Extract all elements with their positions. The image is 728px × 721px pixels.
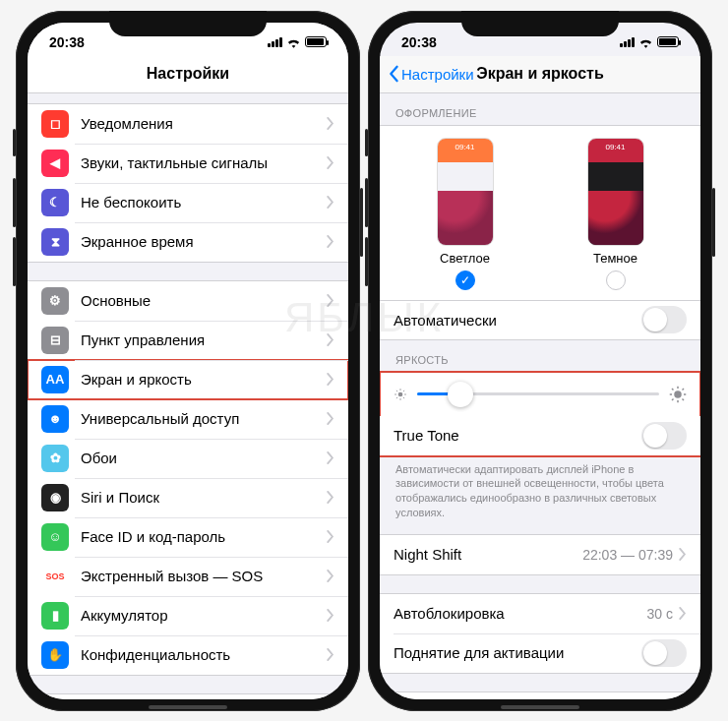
raise-label: Поднятие для активации: [394, 644, 641, 661]
truetone-footer: Автоматически адаптировать дисплей iPhon…: [380, 456, 700, 524]
row-label: Обои: [81, 450, 327, 466]
settings-row-wallpaper[interactable]: ✿Обои: [28, 439, 348, 478]
svg-line-8: [403, 390, 404, 391]
truetone-toggle[interactable]: [641, 422, 687, 450]
row-label: Экран и яркость: [81, 371, 327, 388]
row-label: Экстренный вызов — SOS: [81, 568, 327, 584]
settings-row-sounds[interactable]: ◀︎Звуки, тактильные сигналы: [28, 144, 348, 183]
chevron-right-icon: [679, 548, 687, 561]
settings-row-control-center[interactable]: ⊟Пункт управления: [28, 321, 348, 360]
chevron-right-icon: [327, 117, 334, 130]
automatic-toggle[interactable]: [641, 306, 687, 333]
settings-row-faceid[interactable]: ☺Face ID и код-пароль: [28, 517, 348, 557]
battery-icon: [657, 36, 679, 47]
svg-line-7: [396, 396, 397, 397]
notifications-icon: ◻︎: [41, 110, 69, 138]
settings-row-dnd[interactable]: ☾Не беспокоить: [28, 183, 348, 222]
row-label: Уведомления: [81, 115, 327, 132]
settings-row-display[interactable]: AAЭкран и яркость: [28, 360, 348, 399]
status-time: 20:38: [401, 34, 437, 50]
autolock-value: 30 с: [647, 606, 673, 622]
siri-icon: ◉: [41, 484, 69, 511]
sun-max-icon: [669, 386, 687, 403]
back-label: Настройки: [401, 66, 474, 83]
navbar: Настройки Экран и яркость: [380, 56, 700, 93]
settings-row-appstore[interactable]: ⒶiTunes Store и App Store: [28, 694, 348, 699]
svg-line-6: [403, 396, 404, 397]
appearance-header: ОФОРМЛЕНИЕ: [380, 93, 700, 125]
brightness-slider-row[interactable]: [380, 373, 700, 416]
row-label: Аккумулятор: [81, 607, 327, 624]
sun-min-icon: [394, 388, 407, 401]
svg-line-17: [683, 389, 685, 391]
settings-row-sos[interactable]: SOSЭкстренный вызов — SOS: [28, 557, 348, 596]
dnd-icon: ☾: [41, 189, 69, 216]
light-theme-thumb: [437, 138, 494, 246]
settings-row-battery[interactable]: ▮Аккумулятор: [28, 596, 348, 635]
appearance-section: Светлое Темное: [380, 125, 700, 301]
row-label: Конфиденциальность: [81, 646, 327, 663]
cellular-icon: [620, 37, 635, 47]
settings-row-screentime[interactable]: ⧗Экранное время: [28, 222, 348, 262]
brightness-section-highlight: True Tone: [380, 372, 700, 456]
textsize-row[interactable]: Размер текста: [380, 692, 700, 699]
accessibility-icon: ☻: [41, 405, 69, 433]
svg-line-16: [672, 398, 674, 400]
svg-line-15: [683, 398, 685, 400]
display-settings[interactable]: ОФОРМЛЕНИЕ Светлое Темное Автомат: [380, 93, 700, 699]
settings-row-privacy[interactable]: ✋Конфиденциальность: [28, 635, 348, 675]
notch: [461, 11, 619, 36]
back-button[interactable]: Настройки: [388, 65, 474, 83]
cellular-icon: [268, 37, 282, 47]
status-time: 20:38: [49, 34, 85, 50]
automatic-row[interactable]: Автоматически: [380, 301, 700, 340]
faceid-icon: ☺: [41, 523, 69, 551]
raise-toggle[interactable]: [641, 639, 687, 667]
truetone-row[interactable]: True Tone: [380, 416, 700, 455]
battery-icon: ▮: [41, 602, 69, 630]
general-icon: ⚙: [41, 287, 69, 315]
svg-point-0: [398, 391, 403, 396]
autolock-row[interactable]: Автоблокировка 30 с: [380, 594, 700, 633]
svg-point-9: [674, 391, 682, 398]
chevron-right-icon: [327, 491, 334, 504]
nightshift-row[interactable]: Night Shift 22:03 — 07:39: [380, 535, 700, 574]
row-label: Не беспокоить: [81, 194, 327, 210]
nightshift-value: 22:03 — 07:39: [582, 547, 673, 563]
brightness-slider[interactable]: [417, 392, 659, 395]
light-radio-checked[interactable]: [455, 270, 475, 290]
dark-theme-thumb: [587, 138, 644, 246]
settings-row-general[interactable]: ⚙Основные: [28, 281, 348, 321]
settings-list[interactable]: ◻︎Уведомления◀︎Звуки, тактильные сигналы…: [28, 93, 348, 699]
appearance-light-option[interactable]: Светлое: [411, 138, 519, 290]
chevron-right-icon: [327, 196, 334, 209]
privacy-icon: ✋: [41, 641, 69, 669]
phone-right: 20:38 Настройки Экран и яркость ОФОРМЛЕН…: [368, 11, 712, 711]
row-label: Пункт управления: [81, 331, 327, 348]
nightshift-label: Night Shift: [394, 546, 582, 563]
battery-icon: [305, 36, 327, 47]
settings-row-accessibility[interactable]: ☻Универсальный доступ: [28, 399, 348, 439]
chevron-right-icon: [327, 609, 334, 622]
row-label: Основные: [81, 292, 327, 309]
dark-label: Темное: [593, 251, 637, 266]
page-title: Экран и яркость: [476, 65, 604, 83]
row-label: Универсальный доступ: [81, 410, 327, 427]
brightness-header: ЯРКОСТЬ: [380, 340, 700, 372]
page-title: Настройки: [147, 65, 229, 83]
chevron-right-icon: [327, 235, 334, 248]
appearance-dark-option[interactable]: Темное: [562, 138, 670, 290]
dark-radio[interactable]: [606, 270, 626, 290]
row-label: Face ID и код-пароль: [81, 528, 327, 545]
chevron-right-icon: [327, 294, 334, 307]
screentime-icon: ⧗: [41, 228, 69, 256]
chevron-right-icon: [679, 607, 687, 620]
raise-row[interactable]: Поднятие для активации: [380, 633, 700, 673]
svg-line-14: [672, 389, 674, 391]
autolock-label: Автоблокировка: [394, 605, 647, 622]
settings-row-notifications[interactable]: ◻︎Уведомления: [28, 104, 348, 144]
slider-thumb[interactable]: [448, 382, 473, 407]
settings-row-siri[interactable]: ◉Siri и Поиск: [28, 478, 348, 517]
wifi-icon: [286, 36, 301, 48]
truetone-label: True Tone: [394, 427, 641, 444]
